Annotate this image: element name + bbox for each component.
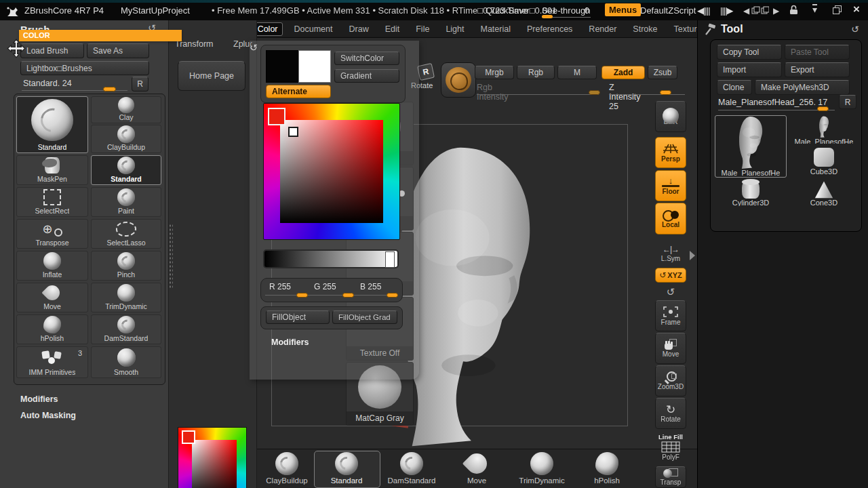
- import-button[interactable]: Import: [717, 62, 782, 77]
- close-icon[interactable]: ×: [853, 3, 860, 16]
- brush-hpolish[interactable]: hPolish: [16, 314, 88, 344]
- brush-paint[interactable]: Paint: [91, 187, 161, 217]
- color-swatch[interactable]: [268, 108, 285, 125]
- layout-pages-icon[interactable]: [751, 6, 769, 17]
- y-rotate-button[interactable]: ↺: [655, 285, 686, 300]
- rotate-view-button[interactable]: ↻ Rotate: [655, 398, 686, 429]
- zoom3d-button[interactable]: Zoom3D: [655, 365, 686, 396]
- material-preview-button[interactable]: [441, 62, 476, 98]
- main-color-swatch[interactable]: [266, 50, 298, 83]
- brush-selectlasso[interactable]: SelectLasso: [91, 219, 161, 249]
- fillobject-grad-button[interactable]: FillObject Grad: [332, 310, 397, 324]
- brush-maskpen[interactable]: MaskPen: [16, 155, 88, 185]
- r-slider-handle[interactable]: [296, 293, 308, 298]
- menu-draw[interactable]: Draw: [344, 22, 374, 36]
- copy-tool-button[interactable]: Copy Tool: [717, 45, 782, 60]
- menu-file[interactable]: File: [411, 22, 434, 36]
- panel-refresh-icon[interactable]: ↺: [851, 24, 859, 35]
- rgb-button[interactable]: Rgb: [517, 66, 555, 79]
- brush-size-r-button[interactable]: R: [132, 77, 149, 92]
- minimize-icon[interactable]: ▾: [812, 4, 817, 14]
- grayscale-bar[interactable]: [263, 249, 399, 268]
- grayscale-handle[interactable]: [385, 251, 395, 268]
- frame-button[interactable]: Frame: [655, 300, 686, 331]
- load-brush-button[interactable]: Load Brush: [20, 43, 84, 58]
- tray-brush-hpolish[interactable]: hPolish: [576, 452, 637, 485]
- menu-material[interactable]: Material: [475, 22, 515, 36]
- brush-trimdynamic[interactable]: TrimDynamic: [91, 283, 161, 312]
- secondary-color-swatch[interactable]: [298, 50, 331, 83]
- polyframe-button[interactable]: Line Fill PolyF: [655, 430, 686, 464]
- color-swatch[interactable]: [182, 430, 195, 444]
- brush-damstandard[interactable]: DamStandard: [91, 314, 161, 344]
- tool-item-head-small[interactable]: Male_PlanesofHe: [789, 115, 859, 145]
- m-button[interactable]: M: [557, 66, 597, 79]
- brush-transpose[interactable]: ⊕ Transpose: [16, 219, 88, 249]
- current-color-picker[interactable]: [178, 427, 247, 488]
- restore-icon[interactable]: [833, 5, 842, 16]
- lightbox-brushes-button[interactable]: Lightbox□Brushes: [20, 61, 149, 75]
- home-page-button[interactable]: Home Page: [178, 61, 245, 91]
- color-palette-dragbar[interactable]: COLOR: [19, 30, 182, 41]
- save-as-button[interactable]: Save As: [87, 43, 149, 58]
- brush-smooth[interactable]: Smooth: [91, 346, 161, 378]
- right-divider-arrow[interactable]: [690, 251, 695, 260]
- prev-layout-icon[interactable]: ◀: [743, 6, 749, 16]
- z-intensity-handle[interactable]: [660, 90, 671, 95]
- sv-cursor[interactable]: [288, 127, 298, 137]
- menu-preferences[interactable]: Preferences: [522, 22, 577, 36]
- brush-featured-standard[interactable]: Standard: [16, 96, 88, 153]
- scrub-left-icon[interactable]: ◀||||: [697, 5, 710, 16]
- gradient-button[interactable]: Gradient: [334, 69, 399, 83]
- g-slider-handle[interactable]: [342, 293, 354, 298]
- brush-standard-selected[interactable]: Standard: [91, 155, 161, 185]
- brush-size-handle[interactable]: [103, 87, 116, 92]
- z-intensity-track[interactable]: [609, 94, 685, 95]
- tray-brush-standard[interactable]: Standard: [316, 452, 377, 485]
- color-modifiers-section[interactable]: Modifiers: [271, 338, 309, 347]
- lock-icon[interactable]: [789, 5, 798, 17]
- paste-tool-button[interactable]: Paste Tool: [785, 45, 850, 60]
- transp-button[interactable]: Transp: [655, 466, 686, 488]
- brush-clay[interactable]: Clay: [91, 96, 161, 123]
- persp-button[interactable]: Persp: [655, 137, 686, 168]
- brush-pinch[interactable]: Pinch: [91, 251, 161, 281]
- rgb-intensity-track[interactable]: [477, 94, 599, 95]
- menu-edit[interactable]: Edit: [380, 22, 405, 36]
- menu-render[interactable]: Render: [584, 22, 621, 36]
- zsub-button[interactable]: Zsub: [648, 66, 677, 79]
- brush-inflate[interactable]: Inflate: [16, 251, 88, 281]
- floor-button[interactable]: ↓ Floor: [655, 170, 686, 201]
- lsym-button[interactable]: ←|→ L.Sym: [655, 242, 686, 265]
- switchcolor-button[interactable]: SwitchColor: [334, 52, 399, 65]
- brush-modifiers-section[interactable]: Modifiers: [20, 394, 58, 404]
- tray-brush-claybuildup[interactable]: ClayBuildup: [256, 452, 317, 485]
- rotate-mode-icon[interactable]: R: [417, 63, 435, 81]
- color-sv-square[interactable]: [192, 440, 237, 488]
- brush-move[interactable]: Move: [16, 283, 88, 312]
- bpr-button[interactable]: BPR: [655, 101, 686, 132]
- scrub-right-icon[interactable]: ||||▶: [720, 5, 733, 16]
- brush-claybuildup[interactable]: ClayBuildup: [91, 125, 161, 153]
- brush-auto-masking-section[interactable]: Auto Masking: [20, 411, 76, 420]
- panel-refresh-icon[interactable]: ↺: [250, 42, 258, 53]
- tool-item-cube[interactable]: Cube3D: [789, 146, 859, 178]
- main-color-picker[interactable]: [263, 103, 400, 240]
- brush-imm-primitives[interactable]: 3 IMM Primitives: [16, 346, 88, 378]
- clone-button[interactable]: Clone: [717, 80, 752, 95]
- b-slider-handle[interactable]: [387, 293, 398, 298]
- see-through-handle[interactable]: [542, 15, 553, 18]
- fillobject-button[interactable]: FillObject: [266, 310, 330, 324]
- tray-brush-trimdynamic[interactable]: TrimDynamic: [510, 452, 574, 485]
- rgb-intensity-handle[interactable]: [589, 90, 600, 95]
- tray-brush-damstandard[interactable]: DamStandard: [380, 452, 443, 485]
- menus-button[interactable]: Menus: [605, 3, 641, 16]
- tray-brush-move[interactable]: Move: [446, 452, 507, 485]
- menu-stroke[interactable]: Stroke: [628, 22, 662, 36]
- menu-document[interactable]: Document: [290, 22, 338, 36]
- zscript-button[interactable]: DefaultZScript: [640, 5, 696, 16]
- tray-divider-dots[interactable]: [169, 224, 173, 289]
- make-polymesh-button[interactable]: Make PolyMesh3D: [755, 80, 850, 95]
- menu-color[interactable]: Color: [253, 22, 283, 36]
- menu-light[interactable]: Light: [441, 22, 469, 36]
